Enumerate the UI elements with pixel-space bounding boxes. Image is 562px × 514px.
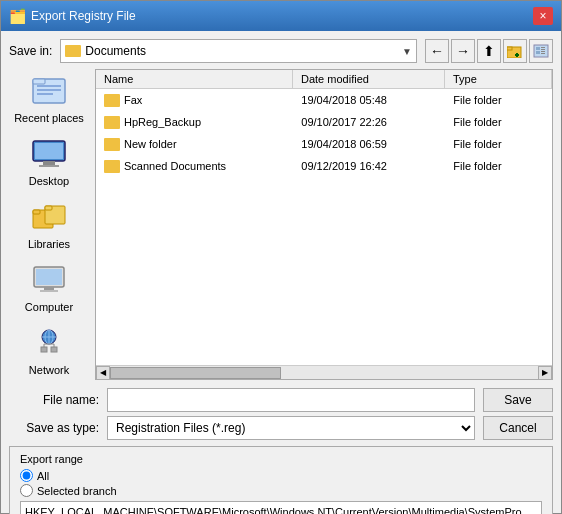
sidebar-item-libraries-label: Libraries (28, 238, 70, 250)
table-row[interactable]: HpReg_Backup 09/10/2017 22:26 File folde… (96, 111, 552, 133)
column-header-date[interactable]: Date modified (293, 70, 445, 88)
table-row[interactable]: Scanned Documents 09/12/2019 16:42 File … (96, 155, 552, 177)
save-in-select-inner: Documents (65, 44, 146, 58)
svg-rect-21 (33, 210, 40, 214)
savetype-select[interactable]: Registration Files (*.reg)All Files (*.*… (107, 416, 475, 440)
file-type-cell: File folder (445, 160, 552, 172)
file-list: Fax 19/04/2018 05:48 File folder HpReg_B… (96, 89, 552, 365)
svg-rect-12 (33, 79, 45, 84)
filename-input[interactable] (107, 388, 475, 412)
new-folder-button[interactable] (503, 39, 527, 63)
folder-icon (104, 138, 120, 151)
forward-button[interactable]: → (451, 39, 475, 63)
folder-icon (104, 94, 120, 107)
svg-rect-32 (41, 347, 47, 352)
sidebar-item-desktop[interactable]: Desktop (9, 132, 89, 191)
file-name-cell: Fax (96, 94, 293, 107)
file-type-cell: File folder (445, 138, 552, 150)
sidebar-item-computer[interactable]: Computer (9, 258, 89, 317)
filename-row: File name: Save (9, 388, 553, 412)
cancel-button[interactable]: Cancel (483, 416, 553, 440)
filename-select-wrapper (107, 388, 475, 412)
svg-rect-1 (507, 47, 512, 50)
sidebar-item-network[interactable]: Network (9, 321, 89, 380)
svg-rect-26 (44, 287, 54, 290)
svg-rect-13 (37, 85, 61, 87)
all-radio-row: All (20, 469, 542, 482)
filename-label: File name: (9, 393, 99, 407)
recent-places-icon (31, 73, 67, 109)
svg-rect-9 (541, 51, 545, 52)
svg-rect-33 (51, 347, 57, 352)
export-range-title: Export range (20, 453, 542, 465)
folder-icon (104, 116, 120, 129)
svg-rect-25 (36, 269, 62, 285)
savetype-label: Save as type: (9, 421, 99, 435)
svg-rect-5 (536, 47, 540, 50)
svg-rect-18 (43, 161, 55, 165)
computer-icon (31, 262, 67, 298)
all-radio[interactable] (20, 469, 33, 482)
save-button[interactable]: Save (483, 388, 553, 412)
sidebar-item-recent-label: Recent places (14, 112, 84, 124)
svg-rect-17 (35, 143, 63, 159)
save-in-label: Save in: (9, 44, 52, 58)
svg-rect-19 (39, 165, 59, 167)
scroll-right-button[interactable]: ▶ (538, 366, 552, 380)
export-range-section: Export range All Selected branch (9, 446, 553, 514)
column-header-type[interactable]: Type (445, 70, 552, 88)
sidebar-item-computer-label: Computer (25, 301, 73, 313)
libraries-icon (31, 199, 67, 235)
sidebar-item-desktop-label: Desktop (29, 175, 69, 187)
main-area: Recent places Desktop (9, 69, 553, 380)
selected-branch-radio-label[interactable]: Selected branch (37, 485, 117, 497)
file-name-cell: New folder (96, 138, 293, 151)
current-folder-label: Documents (85, 44, 146, 58)
file-type-cell: File folder (445, 94, 552, 106)
svg-rect-14 (37, 89, 61, 91)
folder-icon (65, 45, 81, 57)
folder-icon (104, 160, 120, 173)
file-name-cell: HpReg_Backup (96, 116, 293, 129)
scroll-thumb[interactable] (110, 367, 281, 379)
horizontal-scrollbar: ◀ ▶ (96, 365, 552, 379)
svg-rect-7 (541, 49, 545, 50)
toolbar-buttons: ← → ⬆ (425, 39, 553, 63)
close-button[interactable]: × (533, 7, 553, 25)
save-in-select[interactable]: Documents ▼ (60, 39, 417, 63)
sidebar: Recent places Desktop (9, 69, 89, 380)
file-date-cell: 19/04/2018 06:59 (293, 138, 445, 150)
dialog-icon: 🗂️ (9, 8, 25, 24)
table-row[interactable]: New folder 19/04/2018 06:59 File folder (96, 133, 552, 155)
desktop-icon (31, 136, 67, 172)
svg-rect-6 (541, 47, 545, 48)
file-name-cell: Scanned Documents (96, 160, 293, 173)
dropdown-arrow-icon: ▼ (402, 46, 412, 57)
scroll-left-button[interactable]: ◀ (96, 366, 110, 380)
title-bar-left: 🗂️ Export Registry File (9, 8, 136, 24)
back-button[interactable]: ← (425, 39, 449, 63)
branch-input[interactable] (20, 501, 542, 514)
column-header-name[interactable]: Name (96, 70, 293, 88)
all-radio-label[interactable]: All (37, 470, 49, 482)
selected-branch-radio[interactable] (20, 484, 33, 497)
up-button[interactable]: ⬆ (477, 39, 501, 63)
savetype-row: Save as type: Registration Files (*.reg)… (9, 416, 553, 440)
svg-rect-23 (45, 206, 52, 210)
title-bar: 🗂️ Export Registry File × (1, 1, 561, 31)
sidebar-item-libraries[interactable]: Libraries (9, 195, 89, 254)
sidebar-item-recent[interactable]: Recent places (9, 69, 89, 128)
dialog-body: Save in: Documents ▼ ← → ⬆ (1, 31, 561, 514)
file-date-cell: 09/12/2019 16:42 (293, 160, 445, 172)
svg-rect-8 (536, 51, 540, 54)
view-button[interactable] (529, 39, 553, 63)
scroll-track (110, 366, 538, 380)
export-registry-dialog: 🗂️ Export Registry File × Save in: Docum… (0, 0, 562, 514)
network-icon (31, 325, 67, 361)
file-list-container: Name Date modified Type Fax 19/04/2018 0… (95, 69, 553, 380)
svg-rect-15 (37, 93, 53, 95)
file-type-cell: File folder (445, 116, 552, 128)
table-row[interactable]: Fax 19/04/2018 05:48 File folder (96, 89, 552, 111)
file-list-header: Name Date modified Type (96, 70, 552, 89)
dialog-title: Export Registry File (31, 9, 136, 23)
